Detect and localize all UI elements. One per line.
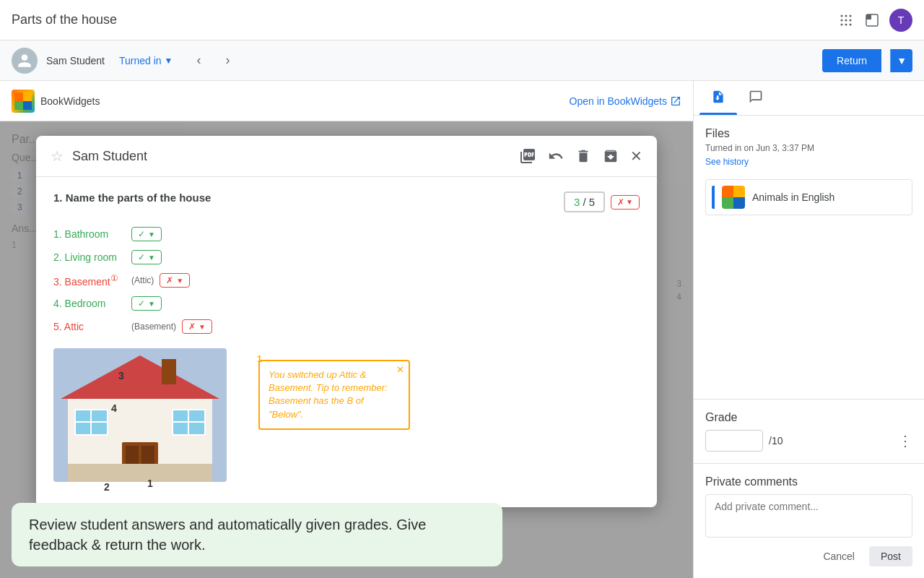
bottom-banner: Review student answers and automatically… — [12, 503, 502, 566]
svg-rect-33 — [722, 197, 733, 209]
comments-buttons: Cancel Post — [705, 546, 912, 566]
dropdown-arrow[interactable]: ▼ — [165, 56, 173, 66]
grade-input-row: /10 ⋮ — [705, 430, 912, 452]
grade-more-options[interactable]: ⋮ — [898, 432, 912, 449]
main-content: BookWidgets Open in BookWidgets Par... Q… — [0, 81, 693, 578]
student-name: Sam Student — [46, 55, 105, 66]
square-icon[interactable] — [863, 12, 881, 29]
svg-point-5 — [850, 19, 852, 21]
files-title: Files — [705, 127, 912, 140]
comments-section: Private comments Cancel Post — [694, 463, 924, 578]
modal-student-name: Sam Student — [72, 149, 510, 164]
answer-label-2: 2. Living room — [53, 251, 126, 263]
svg-rect-12 — [23, 92, 32, 101]
answer-badge-4[interactable]: ✓ ▼ — [131, 296, 162, 311]
answers-list: 1. Bathroom ✓ ▼ 2. Living room ✓ — [53, 227, 640, 342]
answer-correction-3: (Attic) — [131, 275, 154, 285]
grade-section: Grade /10 ⋮ — [694, 399, 924, 463]
user-avatar[interactable]: T — [889, 9, 912, 32]
svg-rect-31 — [722, 186, 733, 197]
return-dropdown-button[interactable]: ▼ — [890, 49, 912, 72]
archive-button[interactable] — [603, 148, 619, 164]
svg-rect-34 — [733, 197, 745, 209]
answer-label-3: 3. Basement① — [53, 273, 126, 288]
delete-button[interactable] — [575, 148, 591, 164]
post-comment-button[interactable]: Post — [869, 546, 912, 566]
score-total: 5 — [589, 196, 595, 208]
file-accent-bar — [712, 186, 715, 209]
answer-badge-3[interactable]: ✗ ▼ — [160, 273, 190, 288]
grade-denominator: /10 — [769, 435, 783, 447]
open-bookwidgets-link[interactable]: Open in BookWidgets — [570, 95, 681, 107]
house-illustration — [53, 348, 227, 482]
undo-button[interactable] — [548, 148, 564, 164]
answers-section: 1. Bathroom ✓ ▼ 2. Living room ✓ — [53, 227, 640, 342]
right-sidebar: Files Turned in on Jun 3, 3:37 PM See hi… — [693, 81, 924, 578]
tab-files[interactable] — [699, 81, 737, 115]
score-number: 3 — [574, 196, 580, 208]
tooltip-close-button[interactable]: ✕ — [396, 364, 404, 375]
svg-point-3 — [841, 19, 843, 21]
tooltip-text: You switched up Attic & Basement. Tip to… — [269, 368, 391, 421]
svg-point-2 — [850, 14, 852, 17]
score-separator: / — [583, 196, 588, 208]
modal-close-button[interactable]: ✕ — [630, 147, 642, 165]
modal-header: ☆ Sam Student — [36, 136, 657, 177]
top-bar-icons: T — [837, 9, 912, 32]
answer-badge-1[interactable]: ✓ ▼ — [131, 227, 162, 241]
cancel-comment-button[interactable]: Cancel — [814, 546, 863, 566]
student-avatar — [12, 48, 38, 74]
question-header: 1. Name the parts of the house — [53, 191, 211, 204]
svg-point-0 — [841, 14, 843, 17]
svg-point-6 — [841, 23, 843, 25]
house-label-1: 1 — [147, 478, 153, 489]
answer-row-4: 4. Bedroom ✓ ▼ — [53, 296, 640, 311]
svg-rect-30 — [68, 464, 212, 482]
answer-row-3: 3. Basement① (Attic) ✗ ▼ — [53, 273, 640, 288]
file-icon — [722, 186, 745, 209]
house-label-2: 2 — [104, 481, 110, 493]
answer-label-1: 1. Bathroom — [53, 228, 126, 240]
file-name: Animals in English — [752, 191, 834, 203]
modal-action-buttons: ✕ — [519, 147, 642, 165]
answer-correction-5: (Basement) — [131, 322, 176, 332]
tooltip-number: 1 — [257, 354, 262, 364]
star-icon[interactable]: ☆ — [51, 147, 64, 165]
answer-badge-5[interactable]: ✗ ▼ — [182, 319, 212, 334]
bottom-banner-text: Review student answers and automatically… — [29, 517, 426, 553]
svg-rect-13 — [14, 101, 23, 110]
svg-point-8 — [850, 23, 852, 25]
turned-in-info: Turned in on Jun 3, 3:37 PM — [705, 143, 912, 153]
return-button[interactable]: Return — [822, 49, 881, 72]
files-section: Files Turned in on Jun 3, 3:37 PM See hi… — [705, 127, 912, 215]
bookwidgets-name: BookWidgets — [40, 95, 100, 107]
svg-rect-11 — [14, 92, 23, 101]
bookwidgets-bar: BookWidgets Open in BookWidgets — [0, 81, 693, 121]
svg-rect-18 — [162, 359, 176, 384]
file-item[interactable]: Animals in English — [705, 179, 912, 215]
pdf-download-button[interactable] — [519, 147, 536, 165]
see-history-link[interactable]: See history — [705, 157, 749, 167]
next-student-button[interactable]: › — [216, 49, 239, 72]
svg-point-4 — [845, 19, 847, 21]
bookwidgets-logo — [12, 90, 35, 113]
grid-icon[interactable] — [837, 12, 855, 29]
answer-label-4: 4. Bedroom — [53, 298, 126, 309]
grade-input[interactable] — [705, 430, 763, 452]
answer-badge-2[interactable]: ✓ ▼ — [131, 250, 162, 264]
house-label-3: 3 — [118, 370, 124, 381]
page-title: Parts of the house — [12, 12, 837, 27]
grade-label: Grade — [705, 411, 912, 424]
tab-comments[interactable] — [737, 81, 775, 115]
turned-in-badge[interactable]: Turned in ▼ — [119, 55, 173, 66]
sidebar-tabs — [694, 81, 924, 116]
private-comment-input[interactable] — [705, 494, 912, 538]
prev-student-button[interactable]: ‹ — [187, 49, 210, 72]
override-score-button[interactable]: ✗ ▼ — [611, 195, 640, 210]
top-bar: Parts of the house T — [0, 0, 924, 40]
sidebar-content: Files Turned in on Jun 3, 3:37 PM See hi… — [694, 116, 924, 399]
svg-point-1 — [845, 14, 847, 17]
turned-in-label: Turned in — [119, 55, 162, 66]
svg-rect-14 — [23, 101, 32, 110]
private-comments-label: Private comments — [705, 475, 912, 488]
